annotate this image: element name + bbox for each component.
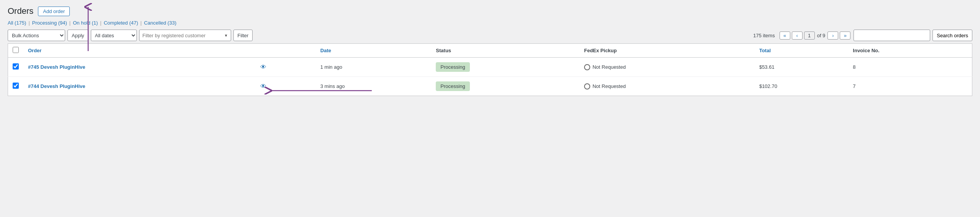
tab-completed[interactable]: Completed (47) (104, 20, 138, 26)
select-all-checkbox[interactable] (13, 47, 19, 53)
status-column-header: Status (431, 44, 579, 58)
select-all-header (8, 44, 24, 58)
page-of: of 9 (817, 33, 826, 38)
status-badge: Processing (436, 62, 469, 72)
fedex-status: Not Requested (593, 64, 626, 70)
invoice-cell: 7 (848, 77, 972, 96)
total-cell: $53.61 (755, 58, 848, 77)
search-orders-wrap: Search orders (854, 30, 972, 41)
order-id-cell: #744 Devesh PluginHive (23, 77, 253, 96)
prev-page-button[interactable]: ‹ (792, 31, 803, 40)
tab-all[interactable]: All (175) (8, 20, 26, 26)
tab-processing[interactable]: Processing (94) (32, 20, 67, 26)
fedex-circle-icon (584, 83, 590, 89)
total-cell: $102.70 (755, 77, 848, 96)
next-page-button[interactable]: › (827, 31, 838, 40)
fedex-status: Not Requested (593, 83, 626, 89)
status-cell: Processing (431, 58, 579, 77)
order-link[interactable]: #745 Devesh PluginHive (28, 64, 85, 70)
status-cell: Processing (431, 77, 579, 96)
eye-icon-cell: 👁 (253, 58, 316, 77)
page-title: Orders (8, 6, 33, 16)
apply-button[interactable]: Apply (67, 30, 89, 41)
orders-table-container: Order Date Status FedEx Pickup Total Inv… (8, 43, 972, 96)
eye-icon-cell: 👁 (253, 77, 316, 96)
toolbar: Bulk Actions Apply All dates ▼ Filter 17… (8, 30, 972, 41)
toolbar-right: 175 items « ‹ 1 of 9 › » Search orders (753, 30, 972, 41)
fedex-cell: Not Requested (579, 77, 755, 96)
add-order-button[interactable]: Add order (38, 7, 70, 16)
last-page-button[interactable]: » (840, 31, 850, 40)
date-column-header[interactable]: Date (316, 44, 432, 58)
view-icon[interactable]: 👁 (260, 83, 266, 89)
customer-filter-wrap: ▼ (139, 30, 231, 41)
fedex-cell: Not Requested (579, 58, 755, 77)
invoice-cell: 8 (848, 58, 972, 77)
current-page[interactable]: 1 (804, 31, 815, 40)
table-row: #744 Devesh PluginHive 👁 3 mins ago Proc… (8, 77, 972, 96)
fedex-column-header: FedEx Pickup (579, 44, 755, 58)
first-page-button[interactable]: « (780, 31, 790, 40)
date-cell: 3 mins ago (316, 77, 432, 96)
fedex-circle-icon (584, 64, 590, 70)
tab-onhold[interactable]: On hold (1) (73, 20, 98, 26)
status-badge: Processing (436, 81, 469, 91)
order-column-header[interactable]: Order (23, 44, 316, 58)
row-checkbox-cell (8, 77, 24, 96)
orders-table: Order Date Status FedEx Pickup Total Inv… (8, 43, 972, 96)
view-icon[interactable]: 👁 (260, 64, 266, 70)
filter-tabs: All (175) | Processing (94) | On hold (1… (8, 20, 972, 26)
total-column-header[interactable]: Total (755, 44, 848, 58)
items-count: 175 items (753, 33, 775, 38)
date-cell: 1 min ago (316, 58, 432, 77)
toolbar-left: Bulk Actions Apply All dates ▼ Filter (8, 30, 253, 41)
row-checkbox[interactable] (13, 83, 19, 89)
table-row: #745 Devesh PluginHive 👁 1 min ago Proce… (8, 58, 972, 77)
order-id-cell: #745 Devesh PluginHive (23, 58, 253, 77)
customer-filter-input[interactable] (139, 30, 231, 41)
row-checkbox[interactable] (13, 63, 19, 70)
filter-button[interactable]: Filter (233, 30, 253, 41)
dates-select[interactable]: All dates (91, 30, 137, 41)
pagination: 175 items « ‹ 1 of 9 › » (753, 31, 850, 40)
bulk-actions-select[interactable]: Bulk Actions (8, 30, 65, 41)
search-orders-input[interactable] (854, 30, 930, 41)
invoice-column-header: Invoice No. (848, 44, 972, 58)
order-link[interactable]: #744 Devesh PluginHive (28, 83, 85, 89)
tab-cancelled[interactable]: Cancelled (33) (144, 20, 177, 26)
search-orders-button[interactable]: Search orders (932, 30, 972, 41)
row-checkbox-cell (8, 58, 24, 77)
